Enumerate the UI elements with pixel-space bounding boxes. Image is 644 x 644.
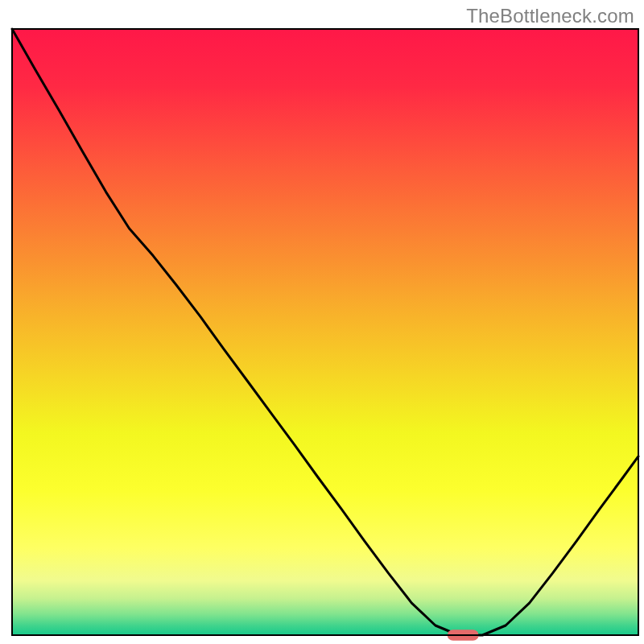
watermark-text: TheBottleneck.com	[466, 5, 634, 27]
chart-plot	[0, 0, 644, 644]
plot-background	[12, 29, 638, 635]
chart-container: TheBottleneck.com	[0, 0, 644, 644]
